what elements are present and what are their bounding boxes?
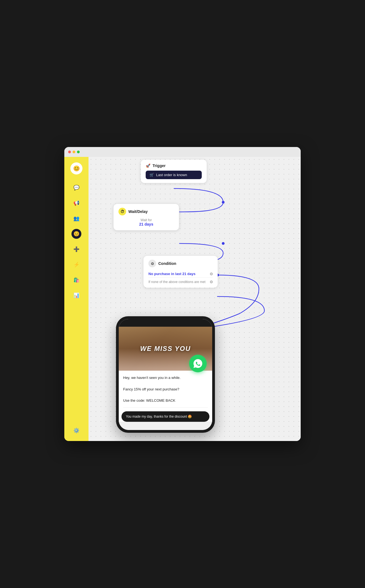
condition-branch[interactable]: No purchase in last 21 days [148,270,213,278]
sidebar-item-broadcast[interactable]: 📢 [71,198,81,208]
whatsapp-badge [189,355,207,372]
phone-mockup: WE MISS YOU Hey, we haven't seen you in … [116,316,215,433]
app-container: 😊 💬 📢 👥 😊 ➕ ⚡ 🛍️ 📊 ⚙️ [64,157,301,441]
condition-none-dot [210,281,213,283]
reply-text: You made my day, thanks for the discount… [126,415,192,418]
sidebar-item-bag[interactable]: 🛍️ [71,275,81,285]
miss-you-text: WE MISS YOU [140,345,191,353]
wait-node-header: ⏱ Wait/Delay [118,208,174,215]
sidebar: 😊 💬 📢 👥 😊 ➕ ⚡ 🛍️ 📊 ⚙️ [64,157,89,441]
condition-title: Condition [158,261,176,266]
sidebar-item-chat[interactable]: 💬 [71,183,81,193]
wait-title: Wait/Delay [128,209,148,214]
trigger-title: Trigger [153,163,165,168]
trigger-button[interactable]: 🛒 Last order is known [146,171,202,179]
phone-notch-bar [119,319,212,327]
phone-bottom-bar [119,422,212,430]
message-line2: Fancy 15% off your next purchase? [123,387,179,391]
cart-icon: 🛒 [150,173,154,177]
sidebar-item-contacts[interactable]: 👥 [71,213,81,223]
browser-window: 😊 💬 📢 👥 😊 ➕ ⚡ 🛍️ 📊 ⚙️ [64,147,301,441]
trigger-node-header: 🚀 Trigger [146,163,202,168]
fullscreen-dot[interactable] [77,151,80,153]
settings-icon[interactable]: ⚙️ [71,426,81,436]
wait-days: 21 days [118,222,174,226]
wait-for-label: Wait for [118,218,174,222]
condition-branch-label: No purchase in last 21 days [148,272,195,276]
phone-screen: WE MISS YOU Hey, we haven't seen you in … [119,319,212,430]
condition-icon: ⊙ [148,260,156,267]
condition-none-label: If none of the above conditions are met [148,280,205,284]
sidebar-item-add[interactable]: ➕ [71,244,81,254]
condition-node-header: ⊙ Condition [148,260,213,267]
wait-node[interactable]: ⏱ Wait/Delay Wait for 21 days [113,204,179,231]
svg-point-1 [222,242,225,245]
reply-bubble: You made my day, thanks for the discount… [121,411,209,422]
trigger-button-label: Last order is known [156,173,187,177]
main-canvas: 🚀 Trigger 🛒 Last order is known ⏱ Wait/D… [89,157,301,441]
wait-icon: ⏱ [118,208,126,215]
phone-notch [152,320,179,326]
sidebar-item-automation[interactable]: 😊 [71,229,81,239]
logo[interactable]: 😊 [70,162,82,174]
sidebar-bottom: ⚙️ [71,426,81,436]
phone-outer: WE MISS YOU Hey, we haven't seen you in … [116,316,215,433]
trigger-node[interactable]: 🚀 Trigger 🛒 Last order is known [141,160,207,183]
sidebar-item-lightning[interactable]: ⚡ [71,260,81,270]
condition-none-branch: If none of the above conditions are met [148,278,213,284]
trigger-icon: 🚀 [146,163,150,168]
close-dot[interactable] [68,151,71,153]
sidebar-item-analytics[interactable]: 📊 [71,290,81,300]
condition-node[interactable]: ⊙ Condition No purchase in last 21 days … [143,256,218,288]
condition-branch-dot [210,273,213,275]
message-line3: Use the code: WELCOME BACK [123,398,175,403]
svg-point-0 [222,201,225,204]
browser-bar [64,147,301,157]
logo-icon: 😊 [73,165,80,172]
message-text: Hey, we haven't seen you in a while. Fan… [123,375,208,404]
minimize-dot[interactable] [73,151,75,153]
message-line1: Hey, we haven't seen you in a while. [123,376,181,380]
